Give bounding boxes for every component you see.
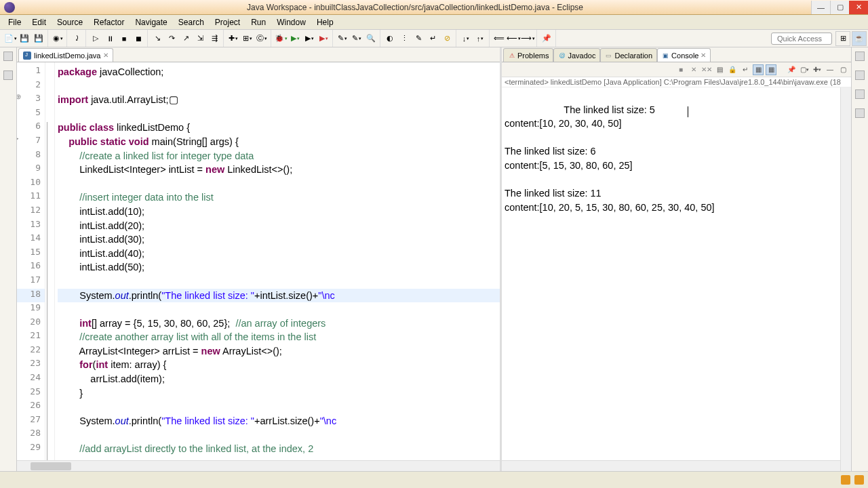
prev-annot-button[interactable]: ↑▾ — [473, 32, 487, 45]
view-tab-label: Problems — [517, 52, 549, 60]
problems-icon: ⚠ — [508, 52, 515, 59]
pin-button[interactable]: 📌 — [540, 32, 553, 45]
remove-all-button[interactable]: ✕✕ — [701, 64, 712, 75]
menu-project[interactable]: Project — [210, 16, 245, 28]
right-trim — [851, 47, 868, 471]
terminate-button[interactable]: ■ — [117, 32, 131, 45]
status-bar — [0, 471, 868, 488]
open-console-button[interactable]: ✚▾ — [812, 64, 823, 75]
eclipse-icon — [4, 2, 15, 13]
view-tab-label: Console — [671, 52, 698, 60]
window-title: Java Workspace - inbuiltClassJavaCollect… — [19, 3, 811, 12]
outline-icon[interactable] — [855, 89, 865, 99]
comment-button[interactable]: ⊘ — [440, 32, 454, 45]
save-button[interactable]: 💾 — [18, 32, 31, 45]
menu-search[interactable]: Search — [173, 16, 210, 28]
menu-run[interactable]: Run — [245, 16, 271, 28]
menu-help[interactable]: Help — [311, 16, 339, 28]
wrap-button[interactable]: ↵ — [426, 32, 439, 45]
package-explorer-icon[interactable] — [3, 70, 13, 80]
run-button[interactable]: ▶▾ — [288, 32, 302, 45]
quick-access-input[interactable] — [771, 33, 832, 45]
open-perspective-button[interactable]: ⊞ — [835, 31, 850, 46]
toggle-breadcrumb-button[interactable]: ⋮ — [397, 32, 411, 45]
menu-source[interactable]: Source — [52, 16, 88, 28]
close-tab-icon[interactable]: ✕ — [103, 52, 108, 59]
editor-tab-label: linkedListDemo.java — [34, 52, 100, 60]
text-caret — [688, 106, 688, 117]
java-perspective-button[interactable]: ☕ — [852, 31, 867, 46]
maximize-view-button[interactable]: ▢ — [837, 64, 848, 75]
edit-button[interactable]: ✎ — [412, 32, 425, 45]
view-tab-label: Declaration — [614, 52, 652, 60]
show-stdout-button[interactable]: ▦ — [753, 64, 764, 75]
menu-file[interactable]: File — [3, 16, 26, 28]
new-java-button[interactable]: ✚▾ — [226, 32, 240, 45]
next-annot-button[interactable]: ↓▾ — [459, 32, 473, 45]
new-feature-button[interactable]: ✎▾ — [350, 32, 363, 45]
console-vertical-scrollbar[interactable] — [840, 87, 851, 471]
last-edit-button[interactable]: ⟸ — [492, 32, 506, 45]
step-return-button[interactable]: ↗ — [179, 32, 193, 45]
editor-horizontal-scrollbar[interactable] — [17, 460, 500, 471]
editor-tab-linkedlistdemo[interactable]: linkedListDemo.java ✕ — [18, 48, 113, 62]
code-editor[interactable]: 123⊕567▸89101112131415161718192021222324… — [17, 62, 500, 460]
menu-refactor[interactable]: Refactor — [88, 16, 130, 28]
word-wrap-button[interactable]: ↵ — [740, 64, 751, 75]
new-package-button[interactable]: ⊞▾ — [241, 32, 254, 45]
drop-frame-button[interactable]: ⇲ — [193, 32, 207, 45]
back-button[interactable]: ⟵▾ — [507, 32, 520, 45]
minimize-button[interactable]: — — [811, 1, 830, 14]
step-over-button[interactable]: ↷ — [165, 32, 178, 45]
tip-icon[interactable] — [841, 475, 850, 485]
close-view-icon[interactable]: ✕ — [701, 52, 706, 59]
save-all-button[interactable]: 💾 — [32, 32, 45, 45]
debug-skip-button[interactable]: ⤸ — [70, 32, 83, 45]
minimize-view-button[interactable]: — — [825, 64, 835, 75]
view-tab-problems[interactable]: ⚠Problems — [503, 48, 553, 62]
menu-window[interactable]: Window — [271, 16, 311, 28]
restore-icon[interactable] — [3, 52, 13, 61]
view-tab-javadoc[interactable]: @Javadoc — [553, 48, 600, 62]
terminate-console-button[interactable]: ■ — [675, 64, 686, 75]
ext-tools-button[interactable]: ▶▾ — [317, 32, 330, 45]
search-button[interactable]: 🔍 — [364, 32, 378, 45]
toggle-mark-button[interactable]: ◐ — [383, 32, 397, 45]
menu-bar: FileEditSourceRefactorNavigateSearchProj… — [0, 15, 868, 30]
javadoc-icon: @ — [558, 52, 566, 59]
view-tab-console[interactable]: ▣Console✕ — [657, 48, 711, 62]
remove-launch-button[interactable]: ✕ — [688, 64, 699, 75]
pin-console-button[interactable]: 📌 — [786, 64, 797, 75]
updates-icon[interactable] — [854, 475, 864, 485]
java-file-icon — [23, 52, 31, 60]
debug-button[interactable]: 🐞▾ — [274, 32, 288, 45]
display-console-button[interactable]: ▢▾ — [799, 64, 810, 75]
new-button[interactable]: 📄▾ — [3, 32, 17, 45]
console-horizontal-scrollbar[interactable] — [502, 460, 840, 471]
menu-edit[interactable]: Edit — [26, 16, 52, 28]
menu-navigate[interactable]: Navigate — [130, 16, 172, 28]
step-into-button[interactable]: ↘ — [151, 32, 164, 45]
close-button[interactable]: ✕ — [849, 1, 868, 14]
maximize-button[interactable]: ▢ — [830, 1, 849, 14]
coverage-button[interactable]: ▶▾ — [302, 32, 316, 45]
resume-button[interactable]: ▷ — [89, 32, 102, 45]
open-type-button[interactable]: ◉▾ — [51, 32, 64, 45]
clear-console-button[interactable]: ▤ — [714, 64, 725, 75]
forward-button[interactable]: ⟶▾ — [521, 32, 534, 45]
suspend-button[interactable]: ⏸ — [103, 32, 117, 45]
show-stderr-button[interactable]: ▦ — [766, 64, 776, 75]
new-plugin-button[interactable]: ✎▾ — [336, 32, 349, 45]
console-output[interactable]: The linked list size: 5 content:[10, 20,… — [502, 87, 840, 460]
new-class-button[interactable]: Ⓒ▾ — [255, 32, 269, 45]
editor-pane: linkedListDemo.java ✕ 123⊕567▸8910111213… — [17, 47, 502, 471]
restore-right-icon[interactable] — [855, 52, 865, 61]
right-pane: ⚠Problems@Javadoc▭Declaration▣Console✕ ■… — [502, 47, 851, 471]
step-filters-button[interactable]: ⇶ — [208, 32, 221, 45]
view-tab-declaration[interactable]: ▭Declaration — [600, 48, 657, 62]
task-list-icon[interactable] — [855, 70, 865, 80]
console-icon: ▣ — [662, 52, 669, 59]
another-view-icon[interactable] — [855, 108, 865, 118]
disconnect-button[interactable]: ⏹ — [132, 32, 145, 45]
scroll-lock-button[interactable]: 🔒 — [727, 64, 738, 75]
